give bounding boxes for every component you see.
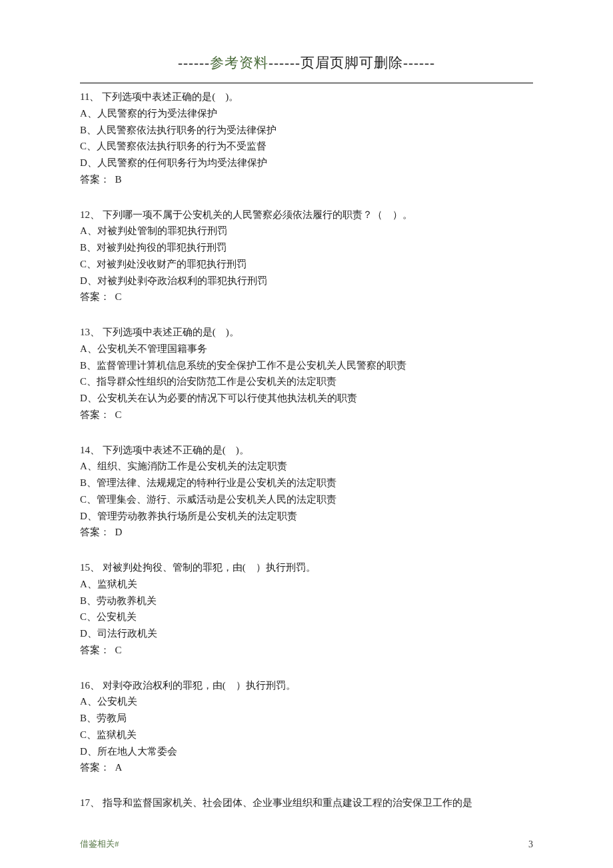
question-option: A、人民警察的行为受法律保护 bbox=[80, 105, 533, 122]
question-stem-text: 对被判处拘役、管制的罪犯，由( ）执行刑罚。 bbox=[100, 562, 316, 573]
question-number: 14、 bbox=[80, 445, 100, 455]
question-answer: 答案： C bbox=[80, 642, 533, 659]
footer-page-number: 3 bbox=[528, 839, 533, 850]
question-stem-text: 对剥夺政治权利的罪犯，由( ）执行刑罚。 bbox=[100, 680, 296, 691]
question-option: A、监狱机关 bbox=[80, 576, 533, 593]
question-option: C、指导群众性组织的治安防范工作是公安机关的法定职责 bbox=[80, 373, 533, 390]
question-option: B、对被判处拘役的罪犯执行刑罚 bbox=[80, 239, 533, 256]
question-stem: 17、 指导和监督国家机关、社会团体、企业事业组织和重点建设工程的治安保卫工作的… bbox=[80, 795, 533, 811]
question-option: A、组织、实施消防工作是公安机关的法定职责 bbox=[80, 458, 533, 475]
page-footer: 借鉴相关# 3 bbox=[80, 838, 533, 850]
question-stem: 14、 下列选项中表述不正确的是( )。 bbox=[80, 442, 533, 459]
header-dash-mid: ------ bbox=[269, 55, 301, 71]
question-option: A、公安机关不管理国籍事务 bbox=[80, 341, 533, 357]
page-header-note: ------参考资料------页眉页脚可删除------ bbox=[80, 53, 533, 72]
question-stem: 16、 对剥夺政治权利的罪犯，由( ）执行刑罚。 bbox=[80, 677, 533, 694]
question-option: B、劳教局 bbox=[80, 710, 533, 727]
question-answer: 答案： A bbox=[80, 759, 533, 776]
question-number: 13、 bbox=[80, 327, 100, 337]
question-stem-text: 指导和监督国家机关、社会团体、企业事业组织和重点建设工程的治安保卫工作的是 bbox=[100, 797, 472, 808]
question-stem-text: 下列哪一项不属于公安机关的人民警察必须依法履行的职责？（ ）。 bbox=[100, 209, 412, 220]
question-option: B、监督管理计算机信息系统的安全保护工作不是公安机关人民警察的职责 bbox=[80, 357, 533, 374]
header-dash-suffix: ------ bbox=[403, 55, 435, 71]
question-stem: 15、 对被判处拘役、管制的罪犯，由( ）执行刑罚。 bbox=[80, 559, 533, 576]
question-option: D、公安机关在认为必要的情况下可以行使其他执法机关的职责 bbox=[80, 390, 533, 407]
document-content: 11、 下列选项中表述正确的是( )。A、人民警察的行为受法律保护B、人民警察依… bbox=[80, 89, 533, 811]
question-option: D、所在地人大常委会 bbox=[80, 743, 533, 760]
question-option: B、管理法律、法规规定的特种行业是公安机关的法定职责 bbox=[80, 475, 533, 491]
question-stem: 13、 下列选项中表述正确的是( )。 bbox=[80, 324, 533, 341]
header-dash-prefix: ------ bbox=[178, 55, 210, 71]
question-answer: 答案： D bbox=[80, 524, 533, 541]
question-block: 14、 下列选项中表述不正确的是( )。A、组织、实施消防工作是公安机关的法定职… bbox=[80, 442, 533, 541]
header-ref-text: 参考资料 bbox=[210, 55, 269, 71]
question-block: 16、 对剥夺政治权利的罪犯，由( ）执行刑罚。A、公安机关B、劳教局C、监狱机… bbox=[80, 677, 533, 777]
question-answer: 答案： C bbox=[80, 289, 533, 305]
question-option: D、人民警察的任何职务行为均受法律保护 bbox=[80, 155, 533, 171]
question-number: 15、 bbox=[80, 562, 100, 573]
question-stem-text: 下列选项中表述正确的是( )。 bbox=[100, 327, 239, 337]
question-number: 11、 bbox=[80, 91, 99, 102]
question-block: 15、 对被判处拘役、管制的罪犯，由( ）执行刑罚。A、监狱机关B、劳动教养机关… bbox=[80, 559, 533, 659]
question-number: 17、 bbox=[80, 797, 100, 808]
question-stem-text: 下列选项中表述不正确的是( )。 bbox=[100, 445, 249, 455]
question-answer: 答案： C bbox=[80, 407, 533, 423]
question-option: D、管理劳动教养执行场所是公安机关的法定职责 bbox=[80, 508, 533, 525]
question-option: C、公安机关 bbox=[80, 609, 533, 625]
footer-left-text: 借鉴相关# bbox=[80, 838, 119, 850]
question-option: D、对被判处剥夺政治权利的罪犯执行刑罚 bbox=[80, 273, 533, 289]
header-suffix-text: 页眉页脚可删除 bbox=[301, 55, 403, 71]
question-stem: 11、 下列选项中表述正确的是( )。 bbox=[80, 89, 533, 105]
question-option: A、公安机关 bbox=[80, 693, 533, 710]
header-rule bbox=[80, 83, 533, 83]
question-block: 11、 下列选项中表述正确的是( )。A、人民警察的行为受法律保护B、人民警察依… bbox=[80, 89, 533, 188]
question-option: C、人民警察依法执行职务的行为不受监督 bbox=[80, 138, 533, 155]
question-option: A、对被判处管制的罪犯执行刑罚 bbox=[80, 223, 533, 239]
question-option: C、对被判处没收财产的罪犯执行刑罚 bbox=[80, 256, 533, 273]
question-block: 13、 下列选项中表述正确的是( )。A、公安机关不管理国籍事务B、监督管理计算… bbox=[80, 324, 533, 423]
question-answer: 答案： B bbox=[80, 171, 533, 188]
question-block: 12、 下列哪一项不属于公安机关的人民警察必须依法履行的职责？（ ）。A、对被判… bbox=[80, 207, 533, 306]
question-block: 17、 指导和监督国家机关、社会团体、企业事业组织和重点建设工程的治安保卫工作的… bbox=[80, 795, 533, 811]
question-option: B、人民警察依法执行职务的行为受法律保护 bbox=[80, 122, 533, 139]
question-option: C、管理集会、游行、示威活动是公安机关人民的法定职责 bbox=[80, 491, 533, 508]
question-number: 12、 bbox=[80, 209, 100, 220]
question-number: 16、 bbox=[80, 680, 100, 691]
question-stem: 12、 下列哪一项不属于公安机关的人民警察必须依法履行的职责？（ ）。 bbox=[80, 207, 533, 223]
question-stem-text: 下列选项中表述正确的是( )。 bbox=[99, 91, 239, 102]
question-option: B、劳动教养机关 bbox=[80, 593, 533, 609]
question-option: D、司法行政机关 bbox=[80, 625, 533, 642]
question-option: C、监狱机关 bbox=[80, 727, 533, 743]
